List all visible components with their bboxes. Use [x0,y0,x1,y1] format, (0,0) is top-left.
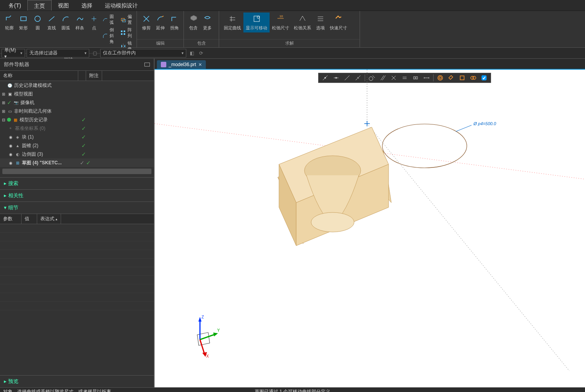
offset-button[interactable]: 偏置 [121,13,133,26]
corner-button[interactable]: 拐角 [167,13,182,32]
menu-home[interactable]: 主页 [27,0,52,11]
profile-button[interactable]: 轮廓 [2,13,16,32]
tree-block[interactable]: ◉◈块 (1)✓ [0,133,154,141]
tree-non-ts[interactable]: ⊞▭非时间戳记几何体 [0,107,154,115]
status-bar: 对象，选择曲线或手柄以预览尺寸，或者摇晃以拆离 草图已通过 1 个可移动曲线部分… [0,387,585,392]
search-section[interactable]: 搜索 [0,177,154,189]
selection-filter-dropdown[interactable]: 无选择过滤器 [27,49,89,58]
svg-point-57 [311,212,354,232]
fixed-curve-button[interactable]: 固定曲线 [221,13,243,32]
filter-icon-2[interactable]: ◧ [188,49,196,57]
menu-task[interactable]: 务(T) [2,0,27,11]
tree-header: 名称 附注 [0,71,154,81]
detail-section[interactable]: 细节 [0,201,154,214]
svg-text:Ø p4=500.0: Ø p4=500.0 [473,121,497,126]
rect-button[interactable]: 矩形 [16,13,31,32]
svg-line-2 [49,16,54,21]
part-navigator-panel: 部件导航器 名称 附注 🕘历史记录建模模式 ⊞▣模型视图 ⊞✓📷摄像机 ⊞▭非时… [0,59,155,387]
tree-datum[interactable]: ⌖基准坐标系 (0)✓ [0,124,154,133]
preview-section[interactable]: 预览 [0,375,154,387]
tree-cameras[interactable]: ⊞✓📷摄像机 [0,98,154,107]
svg-rect-7 [121,31,122,32]
col-param[interactable]: 参数 [0,214,22,224]
group-include-label: 包含 [184,39,219,47]
filter-bar: 单(M) ▾ 无选择过滤器 ▢ 仅在工作部件内 ◧ ⟳ [0,48,585,59]
col-note[interactable]: 附注 [86,71,102,81]
quick-dim-button[interactable]: 快速尺寸 [328,13,349,32]
col-value[interactable]: 值 [22,214,37,224]
col-check[interactable] [78,71,86,81]
arc-button[interactable]: 圆弧 [59,13,73,32]
coordinate-triad[interactable]: Z Y X [182,313,221,360]
col-expr[interactable]: 表达式 ▴ [37,214,61,224]
line-button[interactable]: 直线 [45,13,59,32]
menu-motion[interactable]: 运动模拟设计 [99,0,144,11]
menu-select[interactable]: 选择 [75,0,99,11]
chamfer-button[interactable]: 倒斜角 [103,27,117,45]
col-name[interactable]: 名称 [0,71,78,81]
detail-header: 参数 值 表达式 ▴ [0,214,154,224]
diameter-dimension[interactable]: Ø p4=500.0 [456,121,497,131]
svg-line-21 [302,16,305,21]
svg-line-53 [367,124,569,371]
trim-button[interactable]: 修剪 [139,13,153,32]
group-solve-label: 求解 [219,39,360,47]
ribbon: 轮廓 矩形 圆 直线 圆弧 样条 点 圆弧 倒斜角 偏置 阵列 镜像 曲线 修剪… [0,11,585,48]
feature-tree: 🕘历史记录建模模式 ⊞▣模型视图 ⊞✓📷摄像机 ⊞▭非时间戳记几何体 ⊟▦模型历… [0,81,154,167]
detail-body [0,224,154,375]
point-button[interactable]: 点 [87,13,101,32]
tree-history[interactable]: ⊟▦模型历史记录✓ [0,115,154,124]
svg-rect-16 [254,16,259,22]
panel-title: 部件导航器 [4,61,29,68]
svg-text:Y: Y [217,328,220,333]
relax-dim-button[interactable]: 10松弛尺寸 [270,13,292,32]
svg-rect-10 [124,33,125,35]
spline-button[interactable]: 样条 [73,13,87,32]
status-center: 草图已通过 1 个可移动曲线部分定义 [196,388,389,392]
tab-bar: _model36.prt ✕ [155,59,585,69]
close-tab-icon[interactable]: ✕ [198,62,202,67]
filter-icon-3[interactable]: ⟳ [197,49,205,57]
svg-point-17 [257,16,259,18]
3d-viewport[interactable]: Ø p4=500.0 Z Y X [155,69,585,387]
svg-marker-65 [213,333,218,336]
svg-marker-62 [198,317,202,322]
tree-cone[interactable]: ◉▲圆锥 (2)✓ [0,141,154,150]
arc2-button[interactable]: 圆弧 [103,13,117,26]
show-movable-button[interactable]: 显示可移动 [243,13,270,32]
file-tab[interactable]: _model36.prt ✕ [157,60,206,69]
main-area: 部件导航器 名称 附注 🕘历史记录建模模式 ⊞▣模型视图 ⊞✓📷摄像机 ⊞▭非时… [0,59,585,387]
svg-text:Z: Z [202,315,204,319]
extend-button[interactable]: 延伸 [153,13,167,32]
tree-scrollbar[interactable] [2,169,151,174]
panel-maximize-icon[interactable] [144,63,150,67]
tree-history-mode[interactable]: 🕘历史记录建模模式 [0,81,154,90]
more-include-button[interactable]: 更多 [200,13,214,32]
menu-view[interactable]: 视图 [52,0,75,11]
tree-sketch[interactable]: ◉⊞草图 (4) "SKETC...✓✓ [0,158,154,167]
menu-bar: 务(T) 主页 视图 选择 运动模拟设计 [0,0,585,11]
menu-dropdown[interactable]: 单(M) ▾ [2,49,25,58]
svg-point-1 [35,16,40,22]
related-section[interactable]: 相关性 [0,189,154,201]
part-icon [161,62,166,67]
file-tab-label: _model36.prt [169,62,196,67]
status-left: 对象，选择曲线或手柄以预览尺寸，或者摇晃以拆离 [3,388,196,392]
sketch-circle[interactable] [382,124,467,168]
options-button[interactable]: 选项 [313,13,328,32]
circle-button[interactable]: 圆 [31,13,45,32]
filter-icon-1[interactable]: ▢ [91,49,99,57]
svg-rect-0 [21,17,26,21]
viewport-area: _model36.prt ✕ [155,59,585,387]
svg-line-20 [300,16,302,21]
tree-model-views[interactable]: ⊞▣模型视图 [0,90,154,98]
svg-rect-8 [124,31,125,32]
tree-edge-round[interactable]: ◉◐边倒圆 (3)✓ [0,150,154,158]
array-button[interactable]: 阵列 [121,27,133,39]
svg-text:X: X [206,354,209,358]
scope-dropdown[interactable]: 仅在工作部件内 [100,49,186,58]
svg-rect-9 [121,33,122,35]
relax-rel-button[interactable]: 松弛关系 [292,13,313,32]
panel-header: 部件导航器 [0,59,154,71]
include-button[interactable]: 包含 [186,13,200,32]
